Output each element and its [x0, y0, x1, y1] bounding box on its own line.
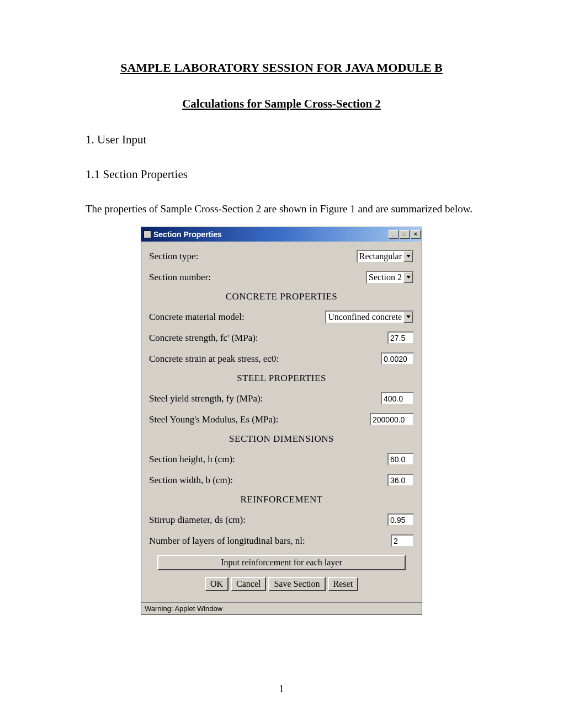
- concrete-model-value: Unconfined concrete: [326, 312, 403, 322]
- label-concrete-strain: Concrete strain at peak stress, ec0:: [149, 354, 279, 365]
- cancel-button[interactable]: Cancel: [231, 577, 266, 591]
- reinforcement-header: REINFORCEMENT: [149, 494, 414, 505]
- label-section-number: Section number:: [149, 272, 211, 283]
- label-concrete-strength: Concrete strength, fc' (MPa):: [149, 333, 258, 344]
- concrete-properties-header: CONCRETE PROPERTIES: [149, 291, 414, 302]
- save-section-button[interactable]: Save Section: [268, 577, 325, 591]
- concrete-strength-input[interactable]: [387, 331, 414, 344]
- dialog-titlebar[interactable]: Section Properties _ □ ×: [141, 227, 422, 242]
- steel-modulus-input[interactable]: [370, 413, 414, 426]
- label-section-height: Section height, h (cm):: [149, 454, 235, 465]
- steel-properties-header: STEEL PROPERTIES: [149, 373, 414, 384]
- section-height-input[interactable]: [387, 453, 414, 465]
- label-stirrup-diameter: Stirrup diameter, ds (cm):: [149, 515, 246, 526]
- concrete-model-select[interactable]: Unconfined concrete: [325, 311, 414, 324]
- num-layers-input[interactable]: [391, 534, 414, 547]
- label-steel-modulus: Steel Young's Modulus, Es (MPa):: [149, 414, 278, 425]
- section-number-select[interactable]: Section 2: [366, 271, 414, 284]
- label-section-type: Section type:: [149, 251, 198, 262]
- section-type-value: Rectangular: [358, 251, 403, 261]
- section-type-select[interactable]: Rectangular: [357, 250, 414, 263]
- close-button[interactable]: ×: [411, 230, 421, 239]
- heading-1: 1. User Input: [86, 133, 477, 147]
- doc-title: SAMPLE LABORATORY SESSION FOR JAVA MODUL…: [86, 61, 477, 75]
- label-num-layers: Number of layers of longitudinal bars, n…: [149, 536, 305, 547]
- section-properties-dialog: Section Properties _ □ × Section type: R…: [141, 227, 422, 615]
- input-reinforcement-button[interactable]: Input reinforcement for each layer: [157, 555, 406, 570]
- doc-subtitle: Calculations for Sample Cross-Section 2: [86, 97, 477, 111]
- page-number: 1: [0, 683, 563, 695]
- chevron-down-icon[interactable]: [403, 312, 413, 323]
- label-steel-yield: Steel yield strength, fy (MPa):: [149, 393, 263, 404]
- status-bar: Warning: Applet Window: [141, 602, 422, 614]
- concrete-strain-input[interactable]: [381, 352, 414, 365]
- chevron-down-icon[interactable]: [403, 251, 413, 262]
- body-paragraph: The properties of Sample Cross-Section 2…: [86, 198, 477, 220]
- section-dimensions-header: SECTION DIMENSIONS: [149, 433, 414, 445]
- window-icon: [144, 231, 151, 238]
- ok-button[interactable]: OK: [205, 577, 229, 591]
- steel-yield-input[interactable]: [381, 392, 414, 405]
- label-concrete-model: Concrete material model:: [149, 312, 245, 323]
- dialog-title: Section Properties: [153, 230, 387, 239]
- chevron-down-icon[interactable]: [403, 272, 413, 283]
- stirrup-diameter-input[interactable]: [387, 513, 414, 526]
- maximize-button[interactable]: □: [400, 230, 410, 239]
- section-width-input[interactable]: [387, 474, 414, 486]
- section-number-value: Section 2: [367, 272, 403, 282]
- minimize-button[interactable]: _: [389, 230, 399, 239]
- label-section-width: Section width, b (cm):: [149, 475, 233, 486]
- reset-button[interactable]: Reset: [328, 577, 359, 591]
- heading-1-1: 1.1 Section Properties: [86, 168, 477, 181]
